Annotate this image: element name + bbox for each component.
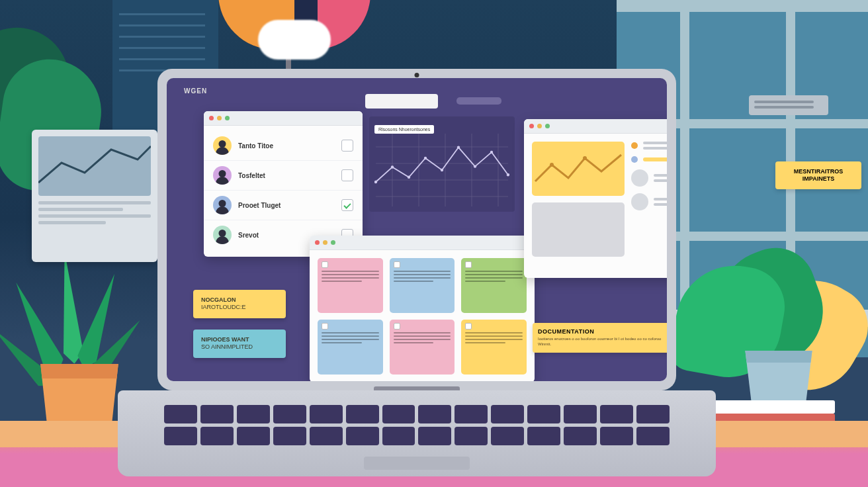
window-header[interactable] xyxy=(204,111,363,126)
brand-label: WGEN xyxy=(184,87,207,95)
sticky-card[interactable] xyxy=(318,320,383,375)
key[interactable] xyxy=(346,405,379,423)
avatar-icon xyxy=(213,136,232,155)
key[interactable] xyxy=(636,427,670,445)
sticky-card[interactable] xyxy=(390,258,455,313)
key[interactable] xyxy=(527,427,560,445)
key[interactable] xyxy=(310,405,343,423)
key[interactable] xyxy=(346,427,379,445)
laptop: MESNTIRAITROS IMPAINETS WGEN Tanto Titoe… xyxy=(157,69,676,474)
key[interactable] xyxy=(636,405,670,423)
sticky-card[interactable] xyxy=(461,258,527,313)
avatar-icon xyxy=(213,166,232,185)
key[interactable] xyxy=(382,427,415,445)
dashboard-window[interactable] xyxy=(524,119,667,278)
laptop-bezel: WGEN Tanto TitoeTosfeltetProoet TlugetSr… xyxy=(157,69,676,390)
key[interactable] xyxy=(237,405,270,423)
key[interactable] xyxy=(455,427,488,445)
line-chart xyxy=(374,134,509,206)
key[interactable] xyxy=(310,427,343,445)
sticky-card[interactable] xyxy=(461,320,527,375)
key[interactable] xyxy=(455,405,488,423)
svg-point-12 xyxy=(424,157,427,159)
chart-thumbnail xyxy=(38,136,151,196)
scene: MESNTIRAITROS IMPAINETS WGEN Tanto Titoe… xyxy=(0,0,868,487)
team-row[interactable]: Tanto Titoe xyxy=(204,131,363,161)
svg-point-18 xyxy=(550,163,554,167)
avatar-icon xyxy=(631,169,648,187)
documentation-card[interactable]: DOCUMENTATION Iootteros enocroes o oo bo… xyxy=(533,323,667,353)
svg-point-10 xyxy=(391,165,394,168)
key[interactable] xyxy=(491,405,524,423)
chart-title: Rlsosons Nhoerontsones xyxy=(374,125,434,134)
avatar-icon xyxy=(213,226,232,244)
header-tab[interactable] xyxy=(365,94,438,109)
trackpad[interactable] xyxy=(364,457,470,470)
checkbox[interactable] xyxy=(341,199,353,211)
key[interactable] xyxy=(600,405,633,423)
team-row[interactable]: Tosfeltet xyxy=(204,161,363,191)
camera-icon xyxy=(415,73,419,77)
member-name: Tanto Titoe xyxy=(238,142,335,150)
list-item[interactable] xyxy=(631,156,667,163)
key[interactable] xyxy=(600,427,633,445)
sticky-note-right[interactable]: MESNTIRAITROS IMPAINETS xyxy=(775,161,861,189)
key[interactable] xyxy=(200,405,234,423)
key[interactable] xyxy=(564,405,597,423)
key[interactable] xyxy=(564,427,597,445)
key[interactable] xyxy=(273,405,306,423)
svg-point-14 xyxy=(457,146,460,149)
key[interactable] xyxy=(418,405,451,423)
key[interactable] xyxy=(418,427,451,445)
window-header[interactable] xyxy=(310,236,535,250)
member-name: Prooet Tluget xyxy=(238,202,335,209)
wall-texture xyxy=(119,13,205,71)
key[interactable] xyxy=(237,427,270,445)
svg-point-13 xyxy=(441,169,443,171)
window-header[interactable] xyxy=(524,119,667,134)
laptop-screen: WGEN Tanto TitoeTosfeltetProoet TlugetSr… xyxy=(167,78,667,381)
key[interactable] xyxy=(200,427,234,445)
sticky-card[interactable] xyxy=(318,258,383,313)
key[interactable] xyxy=(164,405,197,423)
side-widget xyxy=(32,130,157,262)
svg-point-11 xyxy=(408,176,410,179)
image-thumbnail[interactable] xyxy=(532,202,625,257)
member-name: Tosfeltet xyxy=(238,172,335,179)
chart-panel: Rlsosons Nhoerontsones xyxy=(369,116,515,212)
avatar-icon xyxy=(631,193,648,210)
key[interactable] xyxy=(382,405,415,423)
team-window[interactable]: Tanto TitoeTosfeltetProoet TlugetSrevot xyxy=(204,111,363,257)
key[interactable] xyxy=(273,427,306,445)
list-item[interactable] xyxy=(631,142,667,150)
header-pill[interactable] xyxy=(456,97,501,105)
key[interactable] xyxy=(164,427,197,445)
key[interactable] xyxy=(527,405,560,423)
sticky-note[interactable]: NIPIOOES WANT SO AINNIMPLITED xyxy=(193,330,286,358)
svg-point-19 xyxy=(583,156,587,160)
checkbox[interactable] xyxy=(341,169,353,181)
list-item[interactable] xyxy=(631,169,667,187)
sticky-note[interactable]: NOCGALON IAROTLOUDC:E xyxy=(193,290,286,318)
svg-point-17 xyxy=(507,173,509,176)
keyboard[interactable] xyxy=(164,405,670,445)
list-item[interactable] xyxy=(631,193,667,210)
floating-tag xyxy=(749,95,828,115)
key[interactable] xyxy=(491,427,524,445)
laptop-base xyxy=(118,390,716,476)
svg-point-9 xyxy=(374,181,377,183)
lamp-bulb xyxy=(258,20,331,60)
chart-thumbnail[interactable] xyxy=(532,142,625,196)
svg-point-15 xyxy=(474,165,476,167)
team-row[interactable]: Prooet Tluget xyxy=(204,191,363,220)
checkbox[interactable] xyxy=(341,140,353,152)
svg-point-16 xyxy=(490,151,493,154)
sticky-card[interactable] xyxy=(390,320,455,375)
avatar-icon xyxy=(213,196,232,214)
notes-window[interactable] xyxy=(310,236,535,381)
